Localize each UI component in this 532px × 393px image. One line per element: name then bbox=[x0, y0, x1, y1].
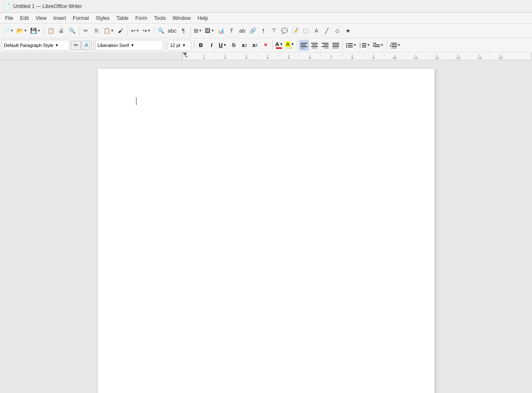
align-justify-button[interactable] bbox=[331, 40, 341, 51]
undo-button[interactable]: ↩▼ bbox=[130, 25, 141, 36]
font-name-value: Liberation Serif bbox=[97, 43, 129, 48]
ruler-tick: 13 bbox=[457, 56, 460, 60]
document-area[interactable] bbox=[0, 60, 532, 393]
insert-field-button[interactable]: ab bbox=[237, 25, 247, 36]
insert-textbox-button[interactable]: T bbox=[226, 25, 237, 36]
document-page[interactable] bbox=[98, 69, 435, 393]
font-size-dropdown[interactable]: 12 pt▼ bbox=[168, 40, 191, 51]
insert-chart-button[interactable]: 📊 bbox=[216, 25, 226, 36]
clone-formatting-button[interactable]: 🖌 bbox=[116, 25, 126, 36]
line-tool-button[interactable]: ╱ bbox=[322, 25, 332, 36]
cut-button[interactable]: ✂ bbox=[81, 25, 91, 36]
open-button[interactable]: 📂▼ bbox=[15, 25, 28, 36]
more-shapes-button[interactable]: ★ bbox=[343, 25, 353, 36]
menu-help[interactable]: Help bbox=[194, 14, 212, 22]
menu-insert[interactable]: Insert bbox=[50, 14, 70, 22]
svg-rect-7 bbox=[312, 48, 317, 48]
font-name-dropdown[interactable]: Liberation Serif▼ bbox=[95, 40, 163, 51]
ruler-tick-line bbox=[395, 55, 395, 56]
menu-file[interactable]: File bbox=[2, 14, 17, 22]
svg-rect-29 bbox=[374, 44, 380, 45]
paste-button[interactable]: 📋▼ bbox=[102, 25, 115, 36]
print-preview-button[interactable]: 🔍 bbox=[67, 25, 77, 36]
align-left-button[interactable] bbox=[299, 40, 309, 51]
menu-view[interactable]: View bbox=[32, 14, 50, 22]
svg-rect-1 bbox=[301, 44, 306, 45]
svg-rect-27 bbox=[362, 47, 366, 47]
insert-comment-button[interactable]: 💬 bbox=[279, 25, 290, 36]
ruler-tick-line bbox=[331, 55, 331, 56]
insert-table-button[interactable]: ⊞▼ bbox=[192, 25, 203, 36]
paragraph-style-dropdown[interactable]: Default Paragraph Style▼ bbox=[2, 40, 70, 51]
print-button[interactable]: 🖨 bbox=[56, 25, 67, 36]
menu-window[interactable]: Window bbox=[169, 14, 194, 22]
menu-form[interactable]: Form bbox=[132, 14, 150, 22]
find-button[interactable]: 🔍 bbox=[156, 25, 166, 36]
svg-rect-35 bbox=[391, 48, 397, 48]
italic-button[interactable]: I bbox=[206, 40, 217, 51]
svg-rect-12 bbox=[332, 43, 339, 44]
clear-formatting-button[interactable]: ✕ bbox=[260, 40, 270, 51]
ordered-list-button[interactable]: 1.2.3.▼ bbox=[358, 40, 371, 51]
insert-footnote-button[interactable]: † bbox=[258, 25, 268, 36]
svg-rect-33 bbox=[392, 44, 397, 45]
insert-hyperlink-button[interactable]: 🔗 bbox=[248, 25, 258, 36]
menu-styles[interactable]: Styles bbox=[92, 14, 113, 22]
app-icon: 📄 bbox=[3, 3, 11, 10]
svg-rect-30 bbox=[374, 46, 380, 47]
ruler-tick-line bbox=[289, 55, 289, 56]
insert-image-button[interactable]: 🖼▼ bbox=[203, 25, 215, 36]
ruler-left-margin bbox=[0, 53, 182, 60]
svg-rect-10 bbox=[322, 46, 329, 47]
svg-rect-21 bbox=[348, 47, 353, 47]
spellcheck-button[interactable]: abc bbox=[167, 25, 178, 36]
ruler-content: L123456789101112131415 bbox=[182, 53, 532, 60]
svg-point-20 bbox=[346, 46, 348, 47]
underline-button[interactable]: U▼ bbox=[217, 40, 228, 51]
ruler-tick: 5 bbox=[288, 56, 290, 60]
ruler-tick-line bbox=[310, 55, 310, 56]
superscript-button[interactable]: x2 bbox=[239, 40, 249, 51]
menu-format[interactable]: Format bbox=[70, 14, 92, 22]
toolbar-separator bbox=[154, 26, 154, 36]
toolbar1: 📄▼📂▼💾▼📋🖨🔍✂⎘📋▼🖌↩▼↪▼🔍abc¶⊞▼🖼▼📊Tab🔗†⊤💬📝⬚A╱◇… bbox=[0, 24, 532, 38]
svg-rect-34 bbox=[392, 46, 397, 47]
unordered-list-button[interactable]: ▼ bbox=[345, 40, 358, 51]
ruler-tick-line bbox=[458, 55, 459, 56]
menu-edit[interactable]: Edit bbox=[17, 14, 32, 22]
new-button[interactable]: 📄▼ bbox=[2, 25, 15, 36]
highlight-color-button[interactable]: A▼ bbox=[284, 40, 295, 51]
insert-header-button[interactable]: ⊤ bbox=[269, 25, 279, 36]
indent-button[interactable]: ▼ bbox=[389, 40, 402, 51]
basic-shapes-button[interactable]: ◇ bbox=[332, 25, 343, 36]
toolbar-separator bbox=[272, 41, 273, 50]
ruler-tick: 14 bbox=[478, 56, 482, 60]
bold-button[interactable]: B bbox=[196, 40, 206, 51]
ruler-left-indent[interactable] bbox=[183, 53, 187, 55]
subscript-button[interactable]: x2 bbox=[250, 40, 260, 51]
ruler-tick: 4 bbox=[267, 56, 268, 60]
svg-rect-8 bbox=[322, 43, 329, 44]
insert-frame-button[interactable]: ⬚ bbox=[301, 25, 311, 36]
svg-rect-32 bbox=[391, 43, 397, 44]
track-changes-button[interactable]: 📝 bbox=[290, 25, 300, 36]
menu-table[interactable]: Table bbox=[113, 14, 132, 22]
save-button[interactable]: 💾▼ bbox=[29, 25, 42, 36]
export-pdf-button[interactable]: 📋 bbox=[46, 25, 56, 36]
edit-style-button[interactable]: ✏ bbox=[71, 41, 81, 50]
svg-rect-14 bbox=[332, 46, 339, 47]
redo-button[interactable]: ↪▼ bbox=[141, 25, 152, 36]
new-style-button[interactable]: A bbox=[81, 41, 92, 50]
insert-fontwork-button[interactable]: A bbox=[311, 25, 321, 36]
align-right-button[interactable] bbox=[320, 40, 330, 51]
font-dropdown-arrow: ▼ bbox=[131, 43, 134, 47]
menu-tools[interactable]: Tools bbox=[150, 14, 169, 22]
font-color-button[interactable]: A▼ bbox=[274, 40, 284, 51]
ruler-tick: 10 bbox=[393, 56, 397, 60]
list-indent-button[interactable]: ▼ bbox=[372, 40, 385, 51]
strikethrough-button[interactable]: S bbox=[228, 40, 239, 51]
formatting-marks-button[interactable]: ¶ bbox=[178, 25, 189, 36]
align-center-button[interactable] bbox=[309, 40, 320, 51]
copy-button[interactable]: ⎘ bbox=[92, 25, 102, 36]
ruler-tick: 9 bbox=[373, 56, 374, 60]
